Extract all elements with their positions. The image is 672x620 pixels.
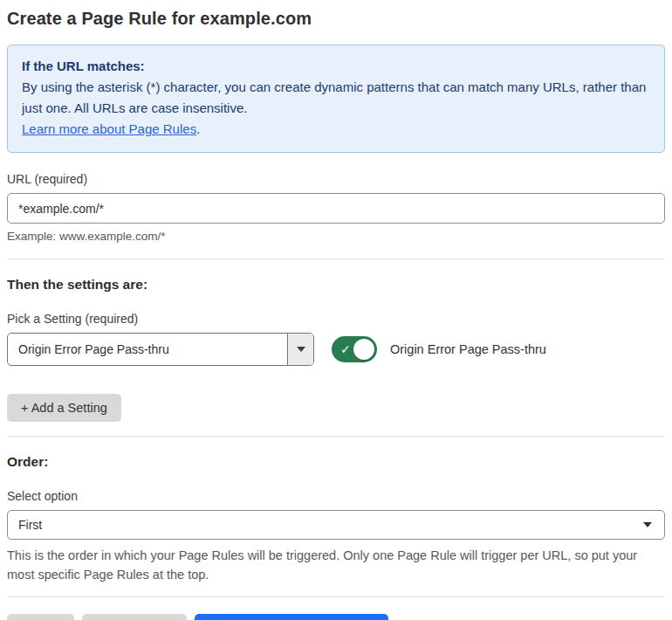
add-setting-button[interactable]: + Add a Setting [7,394,121,422]
save-and-deploy-button[interactable]: Save and Deploy Page Rule [195,614,388,620]
save-as-draft-button[interactable]: Save as Draft [82,614,187,620]
learn-more-link[interactable]: Learn more about Page Rules [22,121,196,136]
setting-row: Origin Error Page Pass-thru ✓ Origin Err… [7,333,665,366]
url-field-label: URL (required) [7,172,665,186]
setting-toggle[interactable]: ✓ [332,336,377,362]
info-box-heading: If the URL matches: [22,56,650,77]
order-select[interactable]: First [7,510,665,540]
setting-select-value: Origin Error Page Pass-thru [8,334,287,365]
cancel-button[interactable]: Cancel [7,614,74,620]
toggle-knob [353,339,374,360]
settings-section-heading: Then the settings are: [7,277,665,293]
order-select-value: First [18,518,42,532]
setting-select[interactable]: Origin Error Page Pass-thru [7,333,314,366]
chevron-down-icon [643,522,652,527]
order-section-heading: Order: [7,454,665,470]
page-title: Create a Page Rule for example.com [7,9,665,29]
url-input[interactable] [7,193,665,224]
link-suffix: . [196,121,200,136]
url-match-info-box: If the URL matches: By using the asteris… [7,45,665,153]
divider [7,436,665,437]
info-box-body: By using the asterisk (*) character, you… [22,77,650,119]
divider [7,258,665,259]
order-select-label: Select option [7,489,665,503]
footer-actions: Cancel Save as Draft Save and Deploy Pag… [7,614,665,620]
setting-select-arrow-button[interactable] [287,334,313,365]
order-help-text: This is the order in which your Page Rul… [7,546,665,584]
url-example-text: Example: www.example.com/* [7,230,665,243]
chevron-down-icon [297,347,305,352]
pick-setting-label: Pick a Setting (required) [7,312,665,326]
setting-toggle-label: Origin Error Page Pass-thru [390,342,546,356]
info-box-link-line: Learn more about Page Rules. [22,119,650,140]
divider [7,596,665,597]
check-icon: ✓ [340,343,351,355]
